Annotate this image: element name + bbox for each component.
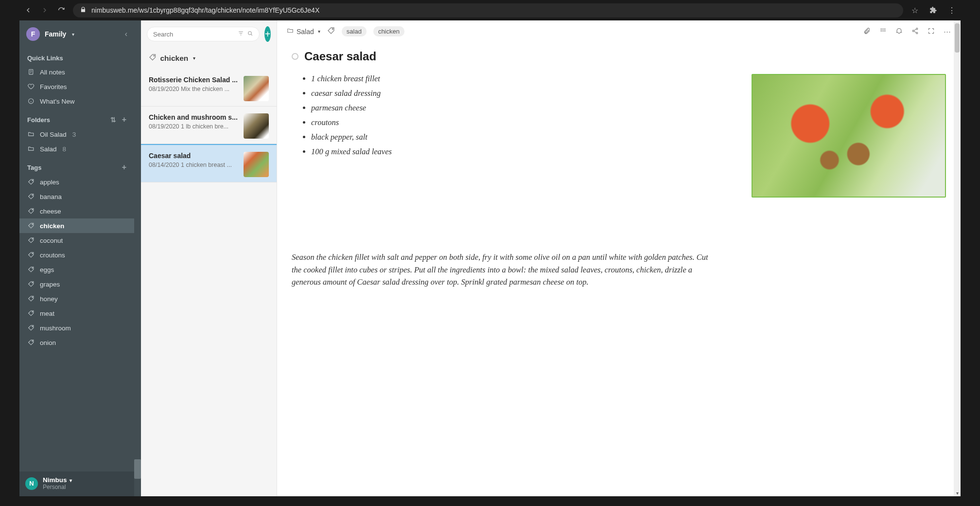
account-switcher[interactable]: N Nimbus ▾ Personal bbox=[19, 471, 134, 496]
svg-point-11 bbox=[32, 311, 33, 312]
quick-links-label: Quick Links bbox=[19, 48, 134, 65]
ingredient-item: caesar salad dressing bbox=[311, 89, 392, 98]
share-button[interactable] bbox=[911, 27, 919, 36]
tag-icon bbox=[27, 295, 35, 303]
expand-button[interactable] bbox=[928, 27, 935, 36]
workspace-avatar: F bbox=[26, 27, 40, 41]
sidebar-tag-meat[interactable]: meat bbox=[19, 306, 134, 321]
svg-point-2 bbox=[32, 180, 33, 181]
svg-point-13 bbox=[32, 341, 33, 342]
add-tag-button[interactable]: + bbox=[122, 163, 126, 172]
svg-point-9 bbox=[32, 282, 33, 283]
breadcrumb[interactable]: Salad ▾ bbox=[287, 27, 320, 36]
sidebar-tag-chicken[interactable]: chicken bbox=[19, 218, 134, 233]
ingredient-item: parmesan cheese bbox=[311, 103, 392, 113]
svg-point-17 bbox=[881, 28, 882, 30]
sidebar-tag-apples[interactable]: apples bbox=[19, 175, 134, 189]
svg-point-8 bbox=[32, 268, 33, 269]
workspace-switcher[interactable]: F Family ▾ ‹ bbox=[19, 20, 134, 48]
sidebar-item-whats-new[interactable]: What's New bbox=[19, 94, 134, 108]
svg-point-10 bbox=[32, 297, 33, 298]
sidebar-tag-eggs[interactable]: eggs bbox=[19, 262, 134, 277]
instructions-text[interactable]: Season the chicken fillet with salt and … bbox=[292, 251, 719, 289]
sidebar-tag-grapes[interactable]: grapes bbox=[19, 277, 134, 291]
ingredients-list[interactable]: 1 chicken breast filletcaesar salad dres… bbox=[311, 74, 392, 162]
note-list-item[interactable]: Chicken and mushroom s... 08/19/2020 1 l… bbox=[141, 107, 277, 144]
extensions-button[interactable] bbox=[928, 5, 938, 15]
tag-icon bbox=[27, 280, 35, 288]
svg-point-15 bbox=[154, 55, 155, 56]
tag-chip[interactable]: chicken bbox=[373, 26, 404, 36]
sidebar-item-favorites[interactable]: Favorites bbox=[19, 79, 134, 94]
tag-icon bbox=[327, 27, 335, 36]
ingredient-item: black pepper, salt bbox=[311, 132, 392, 142]
svg-point-7 bbox=[32, 253, 33, 254]
note-content-panel: Salad ▾ salad chicken ⋯ Caes bbox=[277, 20, 961, 496]
search-icon[interactable] bbox=[247, 30, 253, 38]
back-button[interactable] bbox=[23, 5, 33, 15]
sidebar-item-all-notes[interactable]: All notes bbox=[19, 65, 134, 79]
apps-button[interactable] bbox=[879, 27, 887, 36]
reload-button[interactable] bbox=[56, 5, 66, 15]
sidebar-folder-salad[interactable]: Salad 8 bbox=[19, 142, 134, 156]
address-bar[interactable]: nimbusweb.me/ws/1cbyrgp88gqf3qhr/tag/chi… bbox=[73, 3, 903, 18]
notes-icon bbox=[27, 68, 35, 76]
tags-label: Tags + bbox=[19, 156, 134, 175]
ingredient-item: croutons bbox=[311, 118, 392, 127]
ingredient-item: 100 g mixed salad leaves bbox=[311, 147, 392, 157]
sidebar-tag-onion[interactable]: onion bbox=[19, 335, 134, 350]
tag-filter-row[interactable]: chicken ▾ bbox=[141, 48, 277, 69]
tag-chip[interactable]: salad bbox=[342, 26, 367, 36]
note-hero-image[interactable] bbox=[752, 74, 946, 198]
folder-icon bbox=[27, 130, 35, 138]
svg-point-18 bbox=[882, 28, 884, 30]
filter-icon[interactable] bbox=[238, 30, 244, 38]
collapse-sidebar-button[interactable]: ‹ bbox=[125, 30, 127, 38]
tag-icon bbox=[27, 207, 35, 215]
chevron-down-icon: ▾ bbox=[954, 489, 961, 496]
svg-point-16 bbox=[332, 28, 333, 29]
sidebar-tag-honey[interactable]: honey bbox=[19, 291, 134, 306]
note-thumbnail bbox=[244, 152, 269, 177]
note-title[interactable]: Caesar salad bbox=[304, 50, 376, 63]
note-list-item[interactable]: Rotisserie Chicken Salad ... 08/19/2020 … bbox=[141, 69, 277, 107]
sidebar-tag-cheese[interactable]: cheese bbox=[19, 204, 134, 218]
bookmark-button[interactable]: ☆ bbox=[910, 5, 920, 15]
add-folder-button[interactable]: + bbox=[122, 115, 126, 124]
note-thumbnail bbox=[244, 76, 269, 101]
folders-label: Folders ⇅ + bbox=[19, 108, 134, 127]
tag-icon bbox=[149, 54, 157, 63]
svg-point-12 bbox=[32, 326, 33, 327]
sidebar-folder-oil-salad[interactable]: Oil Salad 3 bbox=[19, 127, 134, 142]
info-icon bbox=[27, 97, 35, 105]
ingredient-item: 1 chicken breast fillet bbox=[311, 74, 392, 84]
svg-point-4 bbox=[32, 209, 33, 210]
attachment-button[interactable] bbox=[863, 27, 871, 36]
forward-button[interactable] bbox=[40, 5, 50, 15]
todo-circle-icon[interactable] bbox=[292, 53, 298, 60]
sidebar-tag-croutons[interactable]: croutons bbox=[19, 248, 134, 262]
folder-icon bbox=[27, 145, 35, 153]
note-list-item-selected[interactable]: Caesar salad 08/14/2020 1 chicken breast… bbox=[141, 144, 277, 182]
account-avatar: N bbox=[25, 477, 38, 490]
sidebar-tag-coconut[interactable]: coconut bbox=[19, 233, 134, 248]
svg-point-6 bbox=[32, 238, 33, 239]
heart-icon bbox=[27, 83, 35, 90]
sidebar: F Family ▾ ‹ Quick Links All notes Favor… bbox=[19, 20, 134, 496]
chevron-down-icon: ▾ bbox=[193, 55, 195, 61]
folder-icon bbox=[287, 27, 294, 36]
browser-menu-button[interactable]: ⋮ bbox=[947, 5, 957, 15]
sort-folders-button[interactable]: ⇅ bbox=[110, 116, 116, 124]
content-scrollbar[interactable]: ▾ bbox=[954, 20, 961, 496]
sidebar-tag-banana[interactable]: banana bbox=[19, 189, 134, 204]
search-input-wrap[interactable] bbox=[147, 27, 260, 41]
sidebar-tag-mushroom[interactable]: mushroom bbox=[19, 321, 134, 335]
new-note-button[interactable]: + bbox=[264, 26, 271, 42]
more-button[interactable]: ⋯ bbox=[944, 27, 951, 36]
svg-point-25 bbox=[916, 32, 918, 34]
sidebar-scrollbar[interactable] bbox=[134, 20, 141, 496]
lock-icon bbox=[80, 6, 87, 15]
reminder-button[interactable] bbox=[895, 27, 903, 36]
search-input[interactable] bbox=[153, 31, 235, 38]
note-thumbnail bbox=[244, 113, 269, 139]
